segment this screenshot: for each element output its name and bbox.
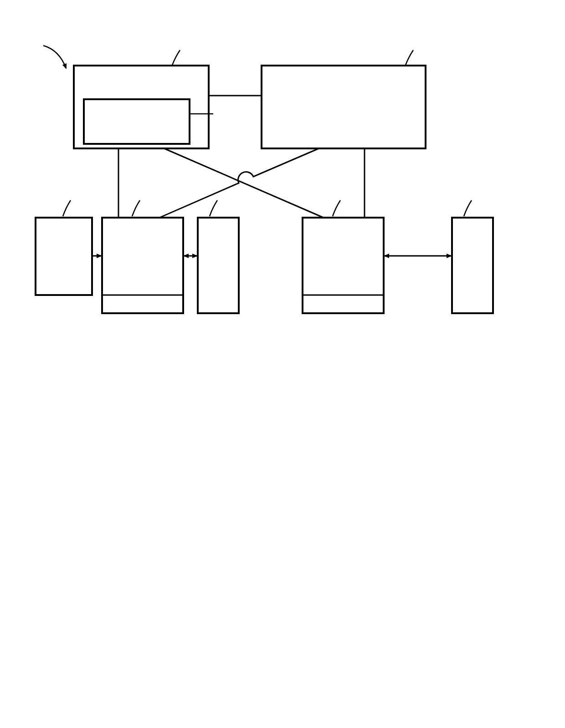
leader-16 <box>406 50 413 65</box>
mem1-block <box>198 218 239 313</box>
leader-18 <box>172 50 180 65</box>
leader-13 <box>63 200 71 216</box>
link-svc-cpu1 <box>159 148 319 218</box>
leader-14a <box>210 200 217 216</box>
boot-rom-block <box>36 218 92 295</box>
mem2-block <box>452 218 493 313</box>
svc-proc-block <box>262 66 426 148</box>
link-fpga-cpu2 <box>164 148 324 218</box>
cpu1-block <box>102 218 183 313</box>
leader-14b <box>464 200 472 216</box>
leader-12a <box>132 200 140 216</box>
leader-10 <box>43 46 66 68</box>
opsd-block <box>84 99 190 144</box>
diagram <box>0 0 565 728</box>
leader-12b <box>333 200 340 216</box>
cpu2-block <box>303 218 384 313</box>
